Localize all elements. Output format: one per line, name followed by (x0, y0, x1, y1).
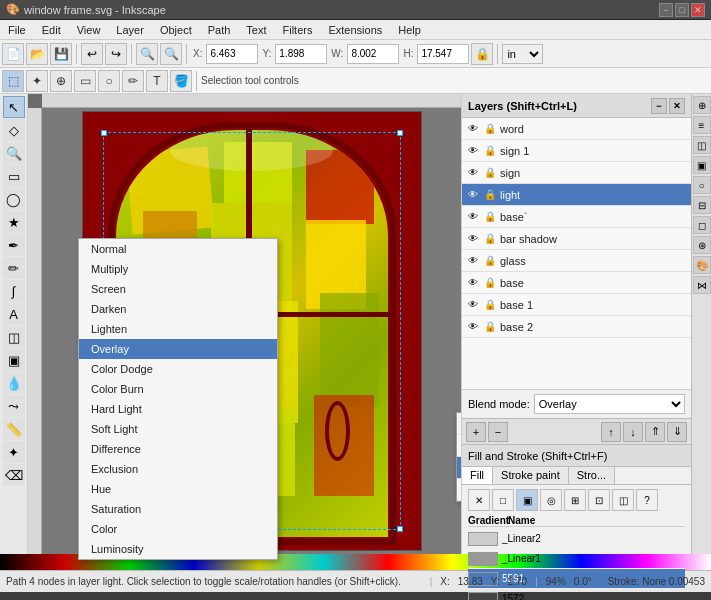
layer-eye-3[interactable]: 👁 (466, 188, 480, 202)
gradient-row-1[interactable]: _Linear1 (468, 549, 685, 569)
layer-lock-8[interactable]: 🔒 (483, 298, 497, 312)
remove-layer-btn[interactable]: − (488, 422, 508, 442)
layer-down-btn[interactable]: ↓ (623, 422, 643, 442)
add-layer-btn[interactable]: + (466, 422, 486, 442)
zoom-tool[interactable]: ⊕ (50, 70, 72, 92)
layers-panel-close[interactable]: ✕ (669, 98, 685, 114)
align-btn[interactable]: ⊟ (693, 196, 711, 214)
ctx-export[interactable]: Export PNG Image (Shift+Ctrl+E) (457, 457, 461, 479)
fill-radial-btn[interactable]: ◎ (540, 489, 562, 511)
tab-stroke-style[interactable]: Stro... (569, 467, 615, 484)
select-tool[interactable]: ⬚ (2, 70, 24, 92)
layer-eye-5[interactable]: 👁 (466, 232, 480, 246)
dropdown-item-difference[interactable]: Difference (79, 439, 277, 459)
resize-handle-br[interactable] (397, 526, 403, 532)
text-tool-left[interactable]: A (3, 303, 25, 325)
dropdown-item-color-burn[interactable]: Color Burn (79, 379, 277, 399)
save-btn[interactable]: 💾 (50, 43, 72, 65)
layers-list[interactable]: 👁 🔒 word 👁 🔒 sign 1 👁 🔒 sign 👁 🔒 light 👁… (462, 118, 691, 389)
text-tool[interactable]: T (146, 70, 168, 92)
x-field[interactable] (206, 44, 258, 64)
new-btn[interactable]: 📄 (2, 43, 24, 65)
layer-eye-7[interactable]: 👁 (466, 276, 480, 290)
context-menu[interactable]: Blur (%) Opacity (%) Export PNG Image (S… (456, 412, 461, 502)
layer-lock-3[interactable]: 🔒 (483, 188, 497, 202)
fill-swatch-btn[interactable]: ◫ (612, 489, 634, 511)
gradient-list[interactable]: Gradient Name _Linear2_Linear155911572 (468, 515, 685, 600)
undo-btn[interactable]: ↩ (81, 43, 103, 65)
eyedrop-tool[interactable]: 💧 (3, 372, 25, 394)
fill-mesh-btn[interactable]: ⊞ (564, 489, 586, 511)
layer-lock-5[interactable]: 🔒 (483, 232, 497, 246)
tab-fill[interactable]: Fill (462, 467, 493, 484)
dropdown-item-color-dodge[interactable]: Color Dodge (79, 359, 277, 379)
dropdown-item-color[interactable]: Color (79, 519, 277, 539)
layer-lock-4[interactable]: 🔒 (483, 210, 497, 224)
layer-item-word[interactable]: 👁 🔒 word (462, 118, 691, 140)
menu-layer[interactable]: Layer (112, 22, 148, 38)
connect-tool[interactable]: ⤳ (3, 395, 25, 417)
color-btn[interactable]: 🎨 (693, 256, 711, 274)
maximize-button[interactable]: □ (675, 3, 689, 17)
gradient-tool-left[interactable]: ◫ (3, 326, 25, 348)
minimize-button[interactable]: − (659, 3, 673, 17)
layer-eye-2[interactable]: 👁 (466, 166, 480, 180)
layer-lock-9[interactable]: 🔒 (483, 320, 497, 334)
layers-panel-minimize[interactable]: − (651, 98, 667, 114)
menu-text[interactable]: Text (242, 22, 270, 38)
menu-path[interactable]: Path (204, 22, 235, 38)
open-btn[interactable]: 📂 (26, 43, 48, 65)
layer-item-sign[interactable]: 👁 🔒 sign (462, 162, 691, 184)
close-button[interactable]: ✕ (691, 3, 705, 17)
dropdown-item-soft-light[interactable]: Soft Light (79, 419, 277, 439)
blend-mode-select[interactable]: NormalMultiplyScreenDarkenLightenOverlay… (534, 394, 685, 414)
measure-tool[interactable]: 📏 (3, 418, 25, 440)
layer-item-sign-1[interactable]: 👁 🔒 sign 1 (462, 140, 691, 162)
zoom-tool-left[interactable]: 🔍 (3, 142, 25, 164)
layer-lock-6[interactable]: 🔒 (483, 254, 497, 268)
dropdown-item-multiply[interactable]: Multiply (79, 259, 277, 279)
menu-edit[interactable]: Edit (38, 22, 65, 38)
layer-eye-6[interactable]: 👁 (466, 254, 480, 268)
ellipse-tool[interactable]: ○ (98, 70, 120, 92)
menu-view[interactable]: View (73, 22, 105, 38)
rect-tool-left[interactable]: ▭ (3, 165, 25, 187)
tab-stroke-paint[interactable]: Stroke paint (493, 467, 569, 484)
layer-eye-9[interactable]: 👁 (466, 320, 480, 334)
blend-dropdown[interactable]: NormalMultiplyScreenDarkenLightenOverlay… (78, 238, 278, 560)
layer-lock-1[interactable]: 🔒 (483, 144, 497, 158)
layer-item-base-1[interactable]: 👁 🔒 base 1 (462, 294, 691, 316)
dropdown-item-exclusion[interactable]: Exclusion (79, 459, 277, 479)
layer-to-top-btn[interactable]: ⇑ (645, 422, 665, 442)
fill-btn[interactable]: ▣ (693, 156, 711, 174)
dropdown-item-overlay[interactable]: Overlay (79, 339, 277, 359)
w-field[interactable] (347, 44, 399, 64)
layer-item-glass[interactable]: 👁 🔒 glass (462, 250, 691, 272)
layer-item-light[interactable]: 👁 🔒 light (462, 184, 691, 206)
xml-btn[interactable]: ≡ (693, 116, 711, 134)
gradient-row-0[interactable]: _Linear2 (468, 529, 685, 549)
layer-item-base[interactable]: 👁 🔒 base (462, 272, 691, 294)
layer-item-base-2[interactable]: 👁 🔒 base 2 (462, 316, 691, 338)
ellipse-tool-left[interactable]: ◯ (3, 188, 25, 210)
zoom-out-btn[interactable]: 🔍 (160, 43, 182, 65)
dropdown-item-normal[interactable]: Normal (79, 239, 277, 259)
sym-btn[interactable]: ⋈ (693, 276, 711, 294)
pencil-tool-left[interactable]: ✏ (3, 257, 25, 279)
dropdown-item-darken[interactable]: Darken (79, 299, 277, 319)
menu-object[interactable]: Object (156, 22, 196, 38)
h-field[interactable] (417, 44, 469, 64)
layer-item-base`[interactable]: 👁 🔒 base` (462, 206, 691, 228)
pen-tool-left[interactable]: ✒ (3, 234, 25, 256)
snap-btn[interactable]: ⊕ (693, 96, 711, 114)
layer-eye-0[interactable]: 👁 (466, 122, 480, 136)
zoom-in-btn[interactable]: 🔍 (136, 43, 158, 65)
y-field[interactable] (275, 44, 327, 64)
ctx-layers[interactable]: Layers (Shift+Ctrl+L) (457, 479, 461, 501)
dropdown-item-lighten[interactable]: Lighten (79, 319, 277, 339)
dropdown-item-hard-light[interactable]: Hard Light (79, 399, 277, 419)
ctx-opacity[interactable]: Opacity (%) (457, 435, 461, 457)
star-tool-left[interactable]: ★ (3, 211, 25, 233)
obj-btn[interactable]: ◫ (693, 136, 711, 154)
dropdown-item-screen[interactable]: Screen (79, 279, 277, 299)
